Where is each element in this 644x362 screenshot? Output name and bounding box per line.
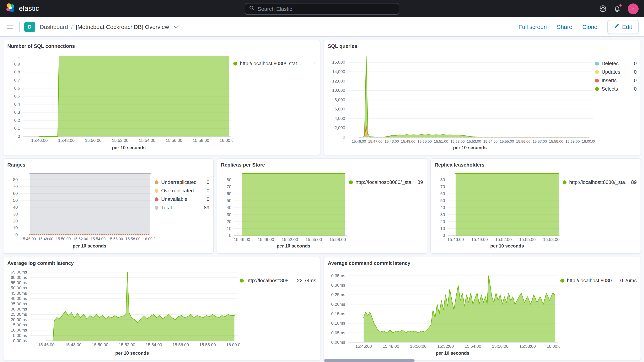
space-avatar[interactable]: D bbox=[24, 22, 35, 32]
legend-label: Inserts bbox=[602, 78, 616, 83]
chart-sql-queries[interactable]: 02,0004,0006,0008,00010,00012,00014,0001… bbox=[328, 50, 595, 145]
chart-number-of-sql-connections[interactable]: 00.10.20.30.40.50.60.70.80.9115:46:0015:… bbox=[7, 50, 233, 145]
svg-text:16,000: 16,000 bbox=[332, 60, 345, 64]
legend: http://localhost:8080/_sta...89 bbox=[349, 168, 423, 250]
svg-text:0.7: 0.7 bbox=[14, 78, 20, 82]
svg-text:0.20ms: 0.20ms bbox=[331, 302, 345, 307]
svg-text:5.00ms: 5.00ms bbox=[13, 333, 27, 338]
chart-average-log-commit-latency[interactable]: 0.00ms5.00ms10.00ms15.00ms20.00ms25.00ms… bbox=[7, 267, 240, 350]
legend-color-dot bbox=[349, 180, 353, 184]
legend-color-dot bbox=[595, 62, 599, 65]
svg-text:0.05ms: 0.05ms bbox=[331, 330, 345, 335]
svg-text:15:55:00: 15:55:00 bbox=[306, 237, 322, 242]
legend-item[interactable]: Deletes0 bbox=[595, 60, 637, 66]
legend-label: Unavailable bbox=[161, 196, 188, 202]
chart-svg: 0102030405060708015:46:0015:49:0015:52:0… bbox=[221, 168, 349, 243]
pencil-icon bbox=[614, 24, 619, 30]
svg-text:20: 20 bbox=[13, 218, 18, 224]
svg-text:0.10ms: 0.10ms bbox=[331, 321, 345, 326]
svg-text:15:58:00: 15:58:00 bbox=[125, 237, 140, 241]
panel-title[interactable]: Ranges bbox=[7, 162, 210, 168]
legend-item[interactable]: Updates0 bbox=[595, 69, 637, 75]
legend-item[interactable]: Underreplicated0 bbox=[155, 179, 210, 185]
svg-text:12,000: 12,000 bbox=[332, 79, 345, 84]
legend-item[interactable]: Selects0 bbox=[595, 86, 637, 92]
chart-ranges[interactable]: 0102030405060708015:46:0015:48:0015:50:0… bbox=[7, 168, 155, 243]
legend-label: http://localhost:8080... bbox=[567, 278, 614, 283]
legend-item[interactable]: Inserts0 bbox=[595, 78, 637, 83]
svg-text:15:54:00: 15:54:00 bbox=[90, 237, 106, 241]
svg-text:15:48:00: 15:48:00 bbox=[385, 139, 399, 144]
breadcrumb-dashboard[interactable]: Dashboard bbox=[40, 24, 68, 30]
edit-button[interactable]: Edit bbox=[607, 20, 638, 34]
svg-text:0.4: 0.4 bbox=[14, 102, 20, 106]
horizontal-scrollbar-thumb[interactable] bbox=[324, 359, 414, 362]
x-axis-title: per 10 seconds bbox=[434, 243, 563, 250]
legend-item[interactable]: http://localhost:8080/_sta...89 bbox=[349, 179, 423, 185]
chart-average-command-commit-latency[interactable]: 0.00ms0.05ms0.10ms0.15ms0.20ms0.25ms0.30… bbox=[328, 267, 560, 350]
legend-color-dot bbox=[155, 189, 158, 192]
panel-title[interactable]: Replica leaseholders bbox=[434, 162, 637, 168]
legend-item[interactable]: Total89 bbox=[155, 205, 210, 210]
svg-text:0.00ms: 0.00ms bbox=[331, 340, 345, 345]
svg-text:20: 20 bbox=[227, 219, 232, 224]
chart-replica-leaseholders[interactable]: 0102030405060708015:46:0015:49:0015:52:0… bbox=[434, 168, 563, 243]
svg-text:6,000: 6,000 bbox=[334, 106, 345, 112]
svg-text:80: 80 bbox=[13, 177, 18, 182]
svg-text:10: 10 bbox=[440, 226, 445, 231]
legend-item[interactable]: http://localhost:8080/_sta...89 bbox=[563, 179, 637, 185]
svg-text:15:49:00: 15:49:00 bbox=[258, 237, 274, 242]
legend-color-dot bbox=[240, 278, 244, 282]
legend-label: Selects bbox=[602, 86, 618, 92]
svg-text:15:47:00: 15:47:00 bbox=[368, 139, 382, 144]
full-screen-button[interactable]: Full screen bbox=[518, 24, 547, 30]
svg-text:15:56:00: 15:56:00 bbox=[108, 237, 123, 241]
svg-text:15:53:00: 15:53:00 bbox=[467, 139, 481, 144]
elastic-brand[interactable]: elastic bbox=[6, 3, 39, 14]
search-input[interactable] bbox=[258, 6, 395, 12]
menu-toggle-icon[interactable] bbox=[6, 23, 15, 31]
svg-text:15:56:00: 15:56:00 bbox=[172, 342, 189, 347]
svg-text:15:58:00: 15:58:00 bbox=[549, 139, 563, 144]
x-axis-title: per 10 seconds bbox=[328, 145, 595, 152]
user-avatar[interactable]: r bbox=[628, 3, 638, 14]
legend-item[interactable]: http://localhost:8080...0.26ms bbox=[560, 278, 637, 283]
panel-title[interactable]: Average log commit latency bbox=[7, 260, 316, 266]
svg-text:45.00ms: 45.00ms bbox=[11, 291, 27, 296]
share-button[interactable]: Share bbox=[557, 24, 572, 30]
header-actions: r bbox=[599, 3, 638, 14]
title-chevron-down-icon[interactable] bbox=[173, 24, 179, 30]
legend-value: 89 bbox=[201, 205, 210, 210]
panel-title[interactable]: Average command commit latency bbox=[328, 260, 637, 266]
svg-text:15:52:00: 15:52:00 bbox=[282, 237, 298, 242]
panel-title[interactable]: Number of SQL connections bbox=[7, 43, 316, 49]
panel-title[interactable]: Replicas per Store bbox=[221, 162, 423, 168]
global-search-bar[interactable] bbox=[245, 3, 399, 14]
svg-text:60.00ms: 60.00ms bbox=[11, 275, 27, 280]
svg-text:15:52:00: 15:52:00 bbox=[495, 237, 512, 242]
legend: http://localhost:8080...0.26ms bbox=[560, 267, 637, 357]
legend: http://localhost:8080/_sta...89 bbox=[563, 168, 637, 250]
clone-button[interactable]: Clone bbox=[582, 24, 597, 30]
notifications-bell-icon[interactable] bbox=[614, 5, 621, 12]
chart-replicas-per-store[interactable]: 0102030405060708015:46:0015:49:0015:52:0… bbox=[221, 168, 349, 243]
legend: Deletes0Updates0Inserts0Selects0 bbox=[595, 50, 637, 152]
legend-item[interactable]: Overreplicated0 bbox=[155, 188, 210, 194]
svg-text:50: 50 bbox=[440, 198, 445, 203]
legend-item[interactable]: http://localhost:8080/_stat...1 bbox=[233, 60, 316, 66]
svg-text:15:48:00: 15:48:00 bbox=[38, 237, 53, 241]
kibana-app: elastic r bbox=[0, 0, 644, 362]
svg-text:15:46:00: 15:46:00 bbox=[447, 237, 464, 242]
legend-item[interactable]: Unavailable0 bbox=[155, 196, 210, 202]
help-icon[interactable] bbox=[599, 5, 606, 12]
svg-text:0.6: 0.6 bbox=[14, 86, 20, 90]
legend-value: 89 bbox=[628, 179, 637, 185]
panel-title[interactable]: SQL queries bbox=[328, 43, 637, 49]
legend-color-dot bbox=[595, 78, 599, 82]
svg-text:4,000: 4,000 bbox=[334, 116, 345, 121]
svg-text:15:50:00: 15:50:00 bbox=[410, 344, 426, 349]
svg-text:70: 70 bbox=[440, 184, 445, 189]
svg-text:25.00ms: 25.00ms bbox=[11, 312, 27, 317]
legend-label: http://localhost:8080/_stat... bbox=[240, 60, 301, 66]
legend-item[interactable]: http://localhost:808...22.74ms bbox=[240, 278, 316, 283]
